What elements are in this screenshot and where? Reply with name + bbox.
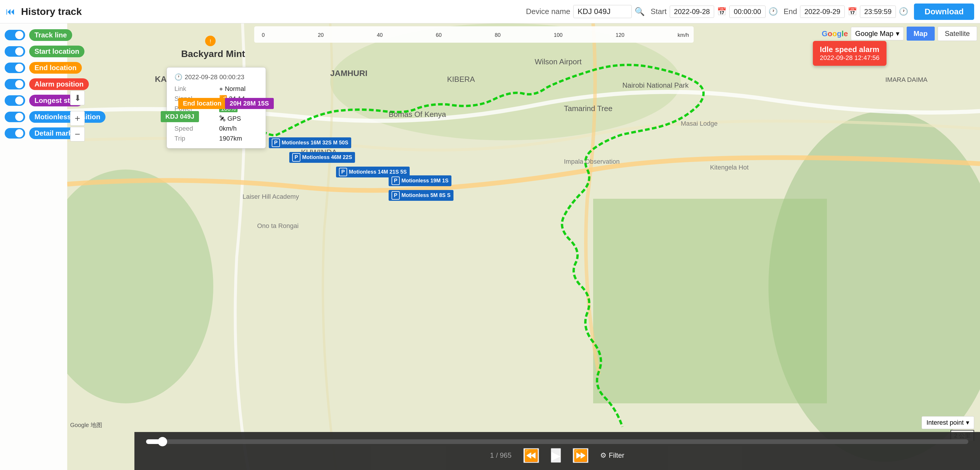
interest-point-dropdown[interactable]: Interest point ▾ xyxy=(921,416,974,429)
end-location-duration: 20H 28M 15S xyxy=(225,98,274,109)
start-location-toggle[interactable] xyxy=(5,46,25,57)
alarm-popup: Idle speed alarm 2022-09-28 12:47:56 xyxy=(813,41,886,66)
start-location-row: Start location xyxy=(5,46,62,57)
download-icon[interactable]: ⬇ xyxy=(70,91,85,105)
speed-80: 80 xyxy=(495,32,501,38)
topbar: ⏮ History track Device name KDJ 049J 🔍 S… xyxy=(0,0,980,23)
google-logo: Google xyxy=(822,29,848,38)
rewind-button[interactable]: ⏪ xyxy=(523,448,539,463)
svg-text:Kitengela Hot: Kitengela Hot xyxy=(710,164,749,171)
progress-bar[interactable] xyxy=(146,439,968,444)
link-dot-icon: ● xyxy=(219,85,223,92)
map-area[interactable]: KAREN JAMHURI KUWINDA Bomas Of Kenya Lai… xyxy=(67,23,980,470)
clock-popup-icon: 🕐 xyxy=(175,73,182,81)
satellite-view-button[interactable]: Satellite xyxy=(938,26,977,41)
detail-marker-row: Detail marker xyxy=(5,127,62,139)
motionless-1: P Motionless 16M 32S M 50S xyxy=(269,137,351,148)
device-name-group: Device name KDJ 049J 🔍 xyxy=(526,5,645,18)
longest-stay-toggle[interactable] xyxy=(5,95,25,106)
svg-text:JAMHURI: JAMHURI xyxy=(330,69,368,78)
device-name-value[interactable]: KDJ 049J xyxy=(573,5,632,18)
speed-key: Speed xyxy=(175,125,213,132)
chevron-down-icon: ▾ xyxy=(896,30,899,38)
end-label: End xyxy=(784,7,797,16)
motionless-position-toggle[interactable] xyxy=(5,112,25,122)
download-button[interactable]: Download xyxy=(914,3,974,20)
map-type-dropdown[interactable]: Google Map ▾ xyxy=(851,27,904,40)
end-location-marker: End location xyxy=(178,98,226,109)
track-line-toggle[interactable] xyxy=(5,30,25,40)
alarm-position-toggle[interactable] xyxy=(5,79,25,89)
progress-thumb[interactable] xyxy=(158,437,167,446)
link-key: Link xyxy=(175,85,213,92)
start-label: Start xyxy=(651,7,667,16)
speed-20: 20 xyxy=(318,32,324,38)
history-title: History track xyxy=(21,6,82,17)
speed-unit: km/h xyxy=(678,32,689,38)
start-group: Start 2022-09-28 📅 00:00:00 🕐 xyxy=(651,6,778,18)
speed-120: 120 xyxy=(616,32,624,38)
chevron-down-interest-icon: ▾ xyxy=(966,419,969,427)
svg-text:!: ! xyxy=(210,38,211,45)
speed-0: 0 xyxy=(262,32,265,38)
clock-icon[interactable]: 🕐 xyxy=(768,7,778,16)
alarm-time: 2022-09-28 12:47:56 xyxy=(820,54,880,62)
history-icon: ⏮ xyxy=(6,6,15,17)
end-calendar-icon[interactable]: 📅 xyxy=(848,7,857,16)
detail-marker-toggle[interactable] xyxy=(5,128,25,139)
end-time-input[interactable]: 23:59:59 xyxy=(860,6,896,18)
calendar-icon[interactable]: 📅 xyxy=(717,7,726,16)
motionless-2: P Motionless 46M 22S xyxy=(289,152,355,163)
svg-text:Tamarind Tree: Tamarind Tree xyxy=(564,104,612,113)
trip-val: 1907km xyxy=(219,135,258,142)
map-type-label: Google Map xyxy=(855,30,894,38)
svg-text:Bomas Of Kenya: Bomas Of Kenya xyxy=(388,110,446,119)
alarm-title: Idle speed alarm xyxy=(820,45,880,54)
device-name-label: Device name xyxy=(526,7,570,16)
motionless-position-label: Motionless position xyxy=(29,111,105,123)
svg-rect-4 xyxy=(593,199,827,403)
end-clock-icon[interactable]: 🕐 xyxy=(899,7,908,16)
frame-counter: 1 / 965 xyxy=(490,451,511,459)
link-val: ● Normal xyxy=(219,85,258,92)
start-time-input[interactable]: 00:00:00 xyxy=(729,6,765,18)
zoom-controls: + − xyxy=(70,111,85,142)
end-location-row: End location xyxy=(5,62,62,74)
end-date-input[interactable]: 2022-09-29 xyxy=(800,6,845,18)
svg-text:Impala Observation: Impala Observation xyxy=(564,158,620,165)
search-icon[interactable]: 🔍 xyxy=(635,7,645,16)
start-location-label: Start location xyxy=(29,46,84,57)
forward-button[interactable]: ⏩ xyxy=(573,448,589,463)
svg-text:Nairobi National Park: Nairobi National Park xyxy=(622,81,689,89)
mode-val: 🛰 GPS xyxy=(219,115,258,123)
satellite-icon: 🛰 xyxy=(219,115,226,122)
end-location-label: End location xyxy=(29,62,82,74)
play-button[interactable]: ▶ xyxy=(551,448,561,463)
svg-text:Laiser Hill Academy: Laiser Hill Academy xyxy=(242,193,299,200)
play-controls: 1 / 965 ⏪ ▶ ⏩ ⚙ Filter xyxy=(490,448,624,463)
left-panel: Track line Start location End location A… xyxy=(0,23,67,470)
motionless-position-row: Motionless position xyxy=(5,111,62,123)
track-line-label: Track line xyxy=(29,29,72,41)
start-date-input[interactable]: 2022-09-28 xyxy=(670,6,714,18)
svg-text:Ono ta Rongai: Ono ta Rongai xyxy=(257,222,299,229)
motionless-4: P Motionless 19M 1S xyxy=(388,175,452,186)
filter-button[interactable]: ⚙ Filter xyxy=(600,451,624,459)
interest-point-label: Interest point xyxy=(926,419,964,427)
svg-text:IMARA DAIMA: IMARA DAIMA xyxy=(885,76,928,83)
map-view-button[interactable]: Map xyxy=(907,27,935,41)
end-location-toggle[interactable] xyxy=(5,62,25,73)
motionless-5: P Motionless 5M 8S S xyxy=(388,190,453,201)
device-marker-label: KDJ 049J xyxy=(161,111,199,122)
zoom-in-button[interactable]: + xyxy=(70,111,85,126)
playbar: 1 / 965 ⏪ ▶ ⏩ ⚙ Filter xyxy=(134,432,980,470)
zoom-out-button[interactable]: − xyxy=(70,127,85,142)
svg-text:Backyard Mint: Backyard Mint xyxy=(181,48,245,59)
track-line-row: Track line xyxy=(5,29,62,41)
speed-60: 60 xyxy=(436,32,442,38)
filter-label: Filter xyxy=(609,451,624,459)
alarm-position-row: Alarm position xyxy=(5,78,62,90)
map-controls: Google Google Map ▾ Map Satellite xyxy=(822,26,977,41)
google-wm-text: Google 地图 xyxy=(70,421,102,429)
speed-40: 40 xyxy=(377,32,383,38)
